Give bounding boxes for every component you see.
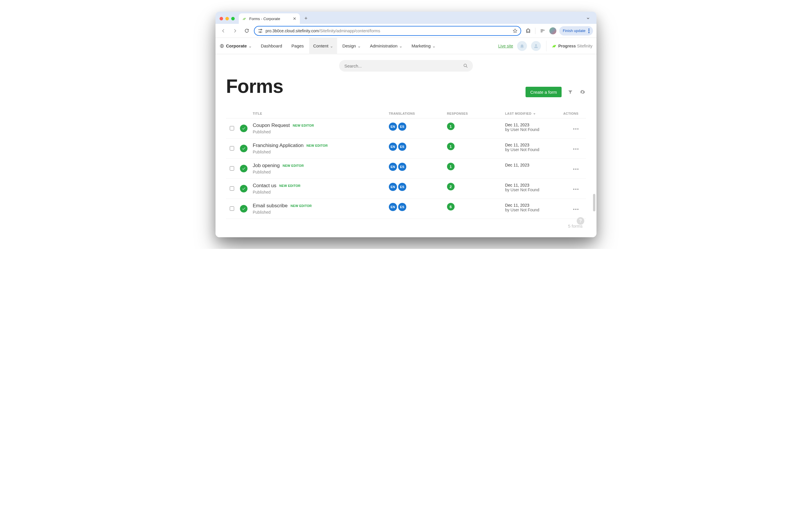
nav-content[interactable]: Content xyxy=(309,38,337,54)
svg-point-1 xyxy=(260,31,261,32)
row-checkbox[interactable] xyxy=(230,126,234,130)
notifications-icon[interactable] xyxy=(517,41,527,51)
responses-badge[interactable]: 1 xyxy=(447,163,455,170)
search-bar[interactable] xyxy=(339,60,473,72)
lang-badge-es[interactable]: ES xyxy=(398,203,406,211)
live-site-link[interactable]: Live site xyxy=(498,44,513,48)
row-title[interactable]: Email subscribe xyxy=(253,203,288,209)
lang-badge-es[interactable]: ES xyxy=(398,163,406,171)
globe-icon xyxy=(220,44,224,48)
row-title[interactable]: Coupon Request xyxy=(253,123,290,128)
settings-gear-icon[interactable] xyxy=(579,88,586,96)
finish-update-chip[interactable]: Finish update xyxy=(559,26,593,35)
user-avatar-icon[interactable] xyxy=(531,41,541,51)
close-tab-icon[interactable]: ✕ xyxy=(293,16,296,21)
help-icon[interactable]: ? xyxy=(577,217,584,225)
bookmark-star-icon[interactable] xyxy=(513,28,518,33)
scrollbar-thumb[interactable] xyxy=(593,194,595,211)
row-actions-menu[interactable] xyxy=(572,187,580,192)
nav-pages[interactable]: Pages xyxy=(287,38,308,54)
lang-badge-en[interactable]: EN xyxy=(389,143,397,151)
lang-badge-es[interactable]: ES xyxy=(398,123,406,131)
row-checkbox[interactable] xyxy=(230,207,234,211)
row-actions-menu[interactable] xyxy=(572,147,580,152)
row-title[interactable]: Franchising Application xyxy=(253,143,303,148)
browser-tab[interactable]: Forms - Corporate ✕ xyxy=(239,13,300,24)
nav-label: Design xyxy=(342,44,356,48)
lang-badge-en[interactable]: EN xyxy=(389,123,397,131)
tab-overflow-button[interactable] xyxy=(584,15,592,22)
lang-badge-es[interactable]: ES xyxy=(398,143,406,151)
lm-date: Dec 11, 2023 xyxy=(505,123,559,127)
table-row[interactable]: Coupon Request NEW EDITOR Published ENES… xyxy=(226,118,586,139)
nav-dashboard[interactable]: Dashboard xyxy=(257,38,286,54)
create-form-button[interactable]: Create a form xyxy=(525,87,561,97)
row-title[interactable]: Job opening xyxy=(253,163,280,168)
responses-badge[interactable]: 6 xyxy=(447,203,455,211)
content-area: Forms Create a form TITLE xyxy=(215,54,597,237)
row-status: Published xyxy=(253,130,384,134)
page-header: Forms Create a form xyxy=(226,75,586,97)
footer-count: ? 5 forms xyxy=(226,223,586,228)
media-icon[interactable] xyxy=(538,27,547,35)
back-button[interactable] xyxy=(219,26,228,35)
search-input[interactable] xyxy=(344,63,463,69)
filter-icon[interactable] xyxy=(567,88,574,96)
browser-tabbar: Forms - Corporate ✕ + xyxy=(215,12,597,24)
table-row[interactable]: Contact us NEW EDITOR Published ENES 2 D… xyxy=(226,179,586,199)
progress-mark-icon xyxy=(552,44,557,49)
nav-label: Administration xyxy=(370,44,398,48)
separator xyxy=(546,41,547,51)
col-responses[interactable]: RESPONSES xyxy=(445,109,503,118)
forward-button[interactable] xyxy=(231,26,239,35)
url-host: pro.3b0ce.cloud.sitefinity.com xyxy=(265,29,319,33)
responses-badge[interactable]: 1 xyxy=(447,123,455,130)
lang-badge-en[interactable]: EN xyxy=(389,183,397,191)
row-checkbox[interactable] xyxy=(230,146,234,151)
row-title[interactable]: Contact us xyxy=(253,183,276,189)
table-row[interactable]: Email subscribe NEW EDITOR Published ENE… xyxy=(226,199,586,219)
profile-avatar-icon[interactable] xyxy=(549,27,556,34)
row-actions-menu[interactable] xyxy=(572,167,580,171)
svg-point-4 xyxy=(464,64,466,67)
new-editor-tag: NEW EDITOR xyxy=(291,204,312,208)
last-modified: Dec 11, 2023 by User Not Found xyxy=(505,123,559,132)
address-bar[interactable]: pro.3b0ce.cloud.sitefinity.com/Sitefinit… xyxy=(254,26,521,36)
lang-badge-en[interactable]: EN xyxy=(389,203,397,211)
nav-administration[interactable]: Administration xyxy=(366,38,406,54)
window-controls[interactable] xyxy=(220,17,235,20)
row-checkbox[interactable] xyxy=(230,166,234,170)
status-published-icon xyxy=(240,205,248,213)
table-row[interactable]: Franchising Application NEW EDITOR Publi… xyxy=(226,139,586,159)
lang-badge-en[interactable]: EN xyxy=(389,163,397,171)
caret-down-icon xyxy=(432,45,435,48)
svg-point-3 xyxy=(535,44,537,46)
last-modified: Dec 11, 2023 by User Not Found xyxy=(505,203,559,212)
site-settings-icon[interactable] xyxy=(257,28,263,34)
site-switcher[interactable]: Corporate xyxy=(220,44,252,48)
status-published-icon xyxy=(240,125,248,132)
maximize-window-icon[interactable] xyxy=(231,17,235,20)
sort-desc-icon xyxy=(533,113,536,115)
col-title[interactable]: TITLE xyxy=(251,109,386,118)
table-row[interactable]: Job opening NEW EDITOR Published ENES 1 … xyxy=(226,159,586,179)
row-actions-menu[interactable] xyxy=(572,207,580,212)
new-tab-button[interactable]: + xyxy=(301,14,310,23)
col-last-modified[interactable]: LAST MODIFIED xyxy=(503,109,561,118)
nav-design[interactable]: Design xyxy=(338,38,365,54)
row-actions-menu[interactable] xyxy=(572,127,580,131)
lm-by: by User Not Found xyxy=(505,147,559,152)
extensions-icon[interactable] xyxy=(524,27,532,35)
caret-down-icon xyxy=(358,45,360,48)
close-window-icon[interactable] xyxy=(220,17,223,20)
responses-badge[interactable]: 2 xyxy=(447,183,455,190)
reload-button[interactable] xyxy=(242,26,251,35)
row-checkbox[interactable] xyxy=(230,186,234,191)
minimize-window-icon[interactable] xyxy=(225,17,229,20)
col-translations[interactable]: TRANSLATIONS xyxy=(386,109,445,118)
finish-update-label: Finish update xyxy=(563,29,585,33)
responses-badge[interactable]: 1 xyxy=(447,143,455,150)
lang-badge-es[interactable]: ES xyxy=(398,183,406,191)
nav-marketing[interactable]: Marketing xyxy=(407,38,439,54)
progress-sitefinity-logo: Progress Sitefinity xyxy=(552,44,592,49)
